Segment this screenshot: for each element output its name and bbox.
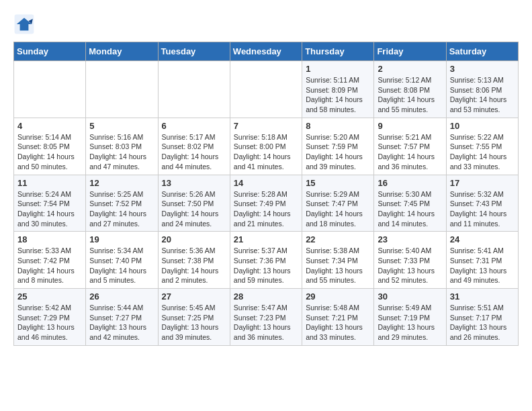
day-info: Sunrise: 5:12 AM Sunset: 8:08 PM Dayligh…	[378, 75, 442, 115]
day-info: Sunrise: 5:44 AM Sunset: 7:27 PM Dayligh…	[89, 303, 154, 342]
day-info: Sunrise: 5:37 AM Sunset: 7:36 PM Dayligh…	[234, 246, 298, 285]
day-number: 25	[17, 291, 82, 302]
day-info: Sunrise: 5:36 AM Sunset: 7:38 PM Dayligh…	[162, 246, 226, 285]
calendar-cell: 7Sunrise: 5:18 AM Sunset: 8:00 PM Daylig…	[230, 118, 302, 175]
day-info: Sunrise: 5:41 AM Sunset: 7:31 PM Dayligh…	[450, 246, 515, 285]
calendar-cell: 27Sunrise: 5:45 AM Sunset: 7:25 PM Dayli…	[158, 289, 230, 346]
calendar-cell: 11Sunrise: 5:24 AM Sunset: 7:54 PM Dayli…	[14, 175, 86, 232]
calendar-cell: 23Sunrise: 5:40 AM Sunset: 7:33 PM Dayli…	[374, 232, 446, 289]
calendar-cell: 12Sunrise: 5:25 AM Sunset: 7:52 PM Dayli…	[86, 175, 158, 232]
day-number: 30	[378, 291, 442, 302]
calendar-table: SundayMondayTuesdayWednesdayThursdayFrid…	[13, 42, 519, 346]
day-number: 3	[450, 64, 515, 74]
calendar-cell: 21Sunrise: 5:37 AM Sunset: 7:36 PM Dayli…	[230, 232, 302, 289]
day-number: 17	[450, 178, 515, 188]
calendar-cell: 16Sunrise: 5:30 AM Sunset: 7:45 PM Dayli…	[374, 175, 446, 232]
day-info: Sunrise: 5:26 AM Sunset: 7:50 PM Dayligh…	[162, 189, 226, 229]
calendar-cell: 30Sunrise: 5:49 AM Sunset: 7:19 PM Dayli…	[374, 289, 446, 346]
calendar-cell	[158, 61, 230, 118]
day-number: 4	[17, 121, 82, 131]
day-info: Sunrise: 5:22 AM Sunset: 7:55 PM Dayligh…	[450, 132, 515, 172]
calendar-cell: 20Sunrise: 5:36 AM Sunset: 7:38 PM Dayli…	[158, 232, 230, 289]
day-info: Sunrise: 5:16 AM Sunset: 8:03 PM Dayligh…	[89, 132, 154, 172]
day-number: 18	[17, 234, 82, 244]
day-number: 16	[378, 178, 442, 188]
weekday-header-wednesday: Wednesday	[230, 42, 302, 61]
calendar-cell: 4Sunrise: 5:14 AM Sunset: 8:05 PM Daylig…	[14, 118, 86, 175]
day-number: 7	[234, 121, 298, 131]
day-info: Sunrise: 5:17 AM Sunset: 8:02 PM Dayligh…	[162, 132, 226, 172]
day-number: 15	[306, 178, 370, 188]
day-info: Sunrise: 5:38 AM Sunset: 7:34 PM Dayligh…	[306, 246, 370, 285]
page-header	[13, 13, 519, 35]
day-number: 2	[378, 64, 442, 74]
calendar-cell: 10Sunrise: 5:22 AM Sunset: 7:55 PM Dayli…	[446, 118, 518, 175]
calendar-cell: 18Sunrise: 5:33 AM Sunset: 7:42 PM Dayli…	[14, 232, 86, 289]
calendar-cell: 24Sunrise: 5:41 AM Sunset: 7:31 PM Dayli…	[446, 232, 518, 289]
calendar-week-3: 11Sunrise: 5:24 AM Sunset: 7:54 PM Dayli…	[14, 175, 519, 232]
day-number: 11	[17, 178, 82, 188]
day-info: Sunrise: 5:29 AM Sunset: 7:47 PM Dayligh…	[306, 189, 370, 229]
calendar-cell: 29Sunrise: 5:48 AM Sunset: 7:21 PM Dayli…	[302, 289, 374, 346]
day-number: 12	[89, 178, 154, 188]
calendar-week-5: 25Sunrise: 5:42 AM Sunset: 7:29 PM Dayli…	[14, 289, 519, 346]
calendar-cell	[86, 61, 158, 118]
day-info: Sunrise: 5:25 AM Sunset: 7:52 PM Dayligh…	[89, 189, 154, 229]
day-number: 24	[450, 234, 515, 244]
weekday-header-tuesday: Tuesday	[158, 42, 230, 61]
calendar-week-4: 18Sunrise: 5:33 AM Sunset: 7:42 PM Dayli…	[14, 232, 519, 289]
day-info: Sunrise: 5:20 AM Sunset: 7:59 PM Dayligh…	[306, 132, 370, 172]
weekday-header-monday: Monday	[86, 42, 158, 61]
weekday-header-saturday: Saturday	[446, 42, 518, 61]
logo-icon	[13, 13, 35, 35]
day-info: Sunrise: 5:42 AM Sunset: 7:29 PM Dayligh…	[17, 303, 82, 342]
day-number: 20	[162, 234, 226, 244]
day-info: Sunrise: 5:21 AM Sunset: 7:57 PM Dayligh…	[378, 132, 442, 172]
day-info: Sunrise: 5:45 AM Sunset: 7:25 PM Dayligh…	[162, 303, 226, 342]
day-info: Sunrise: 5:32 AM Sunset: 7:43 PM Dayligh…	[450, 189, 515, 229]
day-info: Sunrise: 5:40 AM Sunset: 7:33 PM Dayligh…	[378, 246, 442, 285]
calendar-cell: 25Sunrise: 5:42 AM Sunset: 7:29 PM Dayli…	[14, 289, 86, 346]
day-info: Sunrise: 5:48 AM Sunset: 7:21 PM Dayligh…	[306, 303, 370, 342]
calendar-cell: 8Sunrise: 5:20 AM Sunset: 7:59 PM Daylig…	[302, 118, 374, 175]
calendar-cell	[230, 61, 302, 118]
calendar-cell	[14, 61, 86, 118]
calendar-cell: 9Sunrise: 5:21 AM Sunset: 7:57 PM Daylig…	[374, 118, 446, 175]
day-number: 6	[162, 121, 226, 131]
day-number: 10	[450, 121, 515, 131]
day-info: Sunrise: 5:47 AM Sunset: 7:23 PM Dayligh…	[234, 303, 298, 342]
day-info: Sunrise: 5:28 AM Sunset: 7:49 PM Dayligh…	[234, 189, 298, 229]
calendar-cell: 31Sunrise: 5:51 AM Sunset: 7:17 PM Dayli…	[446, 289, 518, 346]
calendar-cell: 5Sunrise: 5:16 AM Sunset: 8:03 PM Daylig…	[86, 118, 158, 175]
calendar-cell: 19Sunrise: 5:34 AM Sunset: 7:40 PM Dayli…	[86, 232, 158, 289]
calendar-cell: 14Sunrise: 5:28 AM Sunset: 7:49 PM Dayli…	[230, 175, 302, 232]
day-number: 19	[89, 234, 154, 244]
day-info: Sunrise: 5:11 AM Sunset: 8:09 PM Dayligh…	[306, 75, 370, 115]
day-number: 21	[234, 234, 298, 244]
calendar-cell: 2Sunrise: 5:12 AM Sunset: 8:08 PM Daylig…	[374, 61, 446, 118]
day-number: 27	[162, 291, 226, 302]
logo	[13, 13, 38, 35]
day-info: Sunrise: 5:14 AM Sunset: 8:05 PM Dayligh…	[17, 132, 82, 172]
day-info: Sunrise: 5:33 AM Sunset: 7:42 PM Dayligh…	[17, 246, 82, 285]
day-number: 5	[89, 121, 154, 131]
day-number: 1	[306, 64, 370, 74]
day-info: Sunrise: 5:51 AM Sunset: 7:17 PM Dayligh…	[450, 303, 515, 342]
day-number: 13	[162, 178, 226, 188]
day-info: Sunrise: 5:24 AM Sunset: 7:54 PM Dayligh…	[17, 189, 82, 229]
calendar-cell: 3Sunrise: 5:13 AM Sunset: 8:06 PM Daylig…	[446, 61, 518, 118]
calendar-body: 1Sunrise: 5:11 AM Sunset: 8:09 PM Daylig…	[14, 61, 519, 346]
calendar-cell: 13Sunrise: 5:26 AM Sunset: 7:50 PM Dayli…	[158, 175, 230, 232]
day-info: Sunrise: 5:49 AM Sunset: 7:19 PM Dayligh…	[378, 303, 442, 342]
calendar-cell: 6Sunrise: 5:17 AM Sunset: 8:02 PM Daylig…	[158, 118, 230, 175]
day-number: 31	[450, 291, 515, 302]
weekday-row: SundayMondayTuesdayWednesdayThursdayFrid…	[14, 42, 519, 61]
day-info: Sunrise: 5:34 AM Sunset: 7:40 PM Dayligh…	[89, 246, 154, 285]
day-number: 28	[234, 291, 298, 302]
day-number: 8	[306, 121, 370, 131]
weekday-header-thursday: Thursday	[302, 42, 374, 61]
calendar-cell: 26Sunrise: 5:44 AM Sunset: 7:27 PM Dayli…	[86, 289, 158, 346]
day-info: Sunrise: 5:30 AM Sunset: 7:45 PM Dayligh…	[378, 189, 442, 229]
calendar-cell: 22Sunrise: 5:38 AM Sunset: 7:34 PM Dayli…	[302, 232, 374, 289]
calendar-cell: 15Sunrise: 5:29 AM Sunset: 7:47 PM Dayli…	[302, 175, 374, 232]
